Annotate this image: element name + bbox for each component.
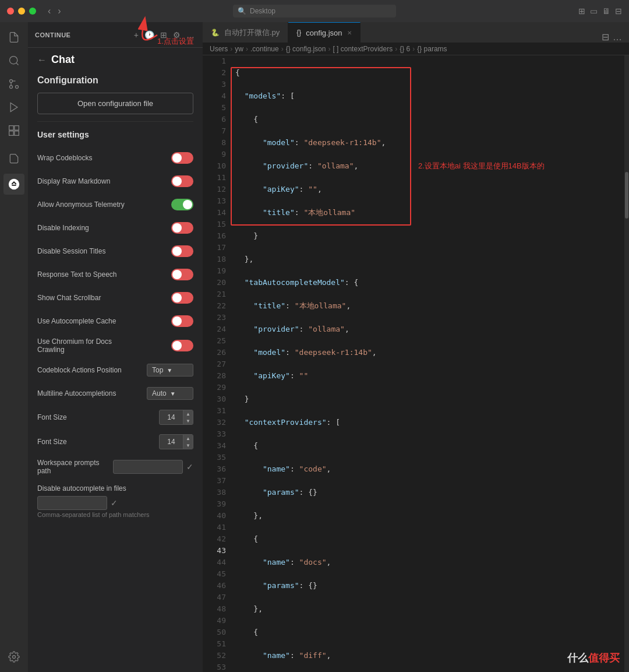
disable-autocomplete-input[interactable] (37, 496, 107, 510)
svg-point-3 (10, 80, 13, 83)
breadcrumb-6[interactable]: {} 6 (400, 45, 410, 53)
breadcrumb-continue[interactable]: .continue (250, 45, 279, 53)
toggle-telemetry[interactable] (171, 199, 193, 210)
code-line: "model": "deepseek-r1:14b", (235, 347, 620, 358)
chevron-down-icon: ▼ (167, 367, 172, 374)
layout-icon[interactable]: ⊞ (159, 29, 168, 41)
back-nav[interactable]: ← Chat (28, 48, 203, 68)
breadcrumb-context-providers[interactable]: [ ] contextProviders (333, 45, 393, 53)
line-num: 33 (207, 428, 226, 440)
line-num: 35 (207, 452, 226, 463)
panel-icon[interactable]: ▭ (590, 6, 598, 16)
fullscreen-button[interactable] (29, 8, 36, 15)
code-line: "tabAutocompleteModel": { (235, 277, 620, 288)
code-line: { (235, 627, 620, 638)
breadcrumb-config[interactable]: {} config.json (286, 45, 326, 53)
split-editor-icon[interactable]: ⊟ (602, 31, 609, 43)
scrollbar[interactable] (624, 55, 629, 672)
line-num: 7 (207, 125, 226, 137)
back-button[interactable]: ‹ (45, 5, 53, 17)
open-config-button[interactable]: Open configuration file (37, 93, 193, 114)
search-bar[interactable]: 🔍 Desktop (233, 5, 396, 17)
monitor-icon[interactable]: 🖥 (602, 6, 610, 16)
code-line: "params": {} (235, 487, 620, 498)
activity-settings[interactable] (3, 646, 24, 667)
activity-search[interactable] (3, 50, 24, 71)
toggle-knob (172, 223, 182, 233)
line-num: 23 (207, 312, 226, 323)
toggle-knob (172, 247, 182, 256)
font-size-up-2[interactable]: ▲ (183, 435, 193, 442)
gear-icon[interactable]: ⚙ (172, 29, 182, 41)
tab-wechat[interactable]: 🐍 自动打开微信.py (203, 22, 288, 43)
more-actions-icon[interactable]: … (613, 32, 622, 43)
line-num: 9 (207, 149, 226, 160)
add-icon[interactable]: + (133, 29, 140, 41)
activity-git[interactable] (3, 73, 24, 94)
dropdown-multiline[interactable]: Auto ▼ (147, 387, 193, 400)
font-size-down-1[interactable]: ▼ (183, 417, 193, 424)
setting-codeblock-position: Codeblock Actions Position Top ▼ (37, 358, 193, 382)
workspace-prompts-input[interactable] (113, 460, 183, 474)
code-line: "name": "code", (235, 463, 620, 475)
line-num: 34 (207, 440, 226, 452)
line-num: 29 (207, 382, 226, 393)
code-line: "name": "docs", (235, 557, 620, 568)
line-num: 28 (207, 370, 226, 382)
toggle-disable-indexing[interactable] (171, 222, 193, 234)
code-line: } (235, 393, 620, 405)
code-line: { (235, 67, 620, 79)
toggle-disable-session[interactable] (171, 245, 193, 257)
toggle-chromium[interactable] (171, 340, 193, 351)
toggle-autocomplete-cache[interactable] (171, 315, 193, 327)
dropdown-codeblock-position[interactable]: Top ▼ (147, 364, 193, 377)
toggle-display-raw[interactable] (171, 175, 193, 187)
more-icon[interactable]: … (185, 29, 196, 41)
toggle-wrap-codeblocks[interactable] (171, 152, 193, 164)
line-num: 20 (207, 277, 226, 288)
config-title: Configuration (37, 75, 193, 86)
code-line: { (235, 114, 620, 125)
font-size-spinners-2: ▲ ▼ (183, 435, 193, 449)
line-num: 48 (207, 603, 226, 615)
breadcrumb-yw[interactable]: yw (235, 45, 243, 53)
font-size-input-2: ▲ ▼ (159, 434, 193, 449)
breadcrumb-users[interactable]: Users (210, 45, 228, 53)
split-icon[interactable]: ⊟ (615, 6, 622, 16)
code-line: "title": "本地ollama" (235, 207, 620, 219)
activity-files[interactable] (3, 27, 24, 48)
tab-config[interactable]: {} config.json ✕ (288, 22, 360, 43)
code-line: "provider": "ollama", (235, 160, 620, 172)
activity-extensions[interactable] (3, 120, 24, 141)
font-size-up-1[interactable]: ▲ (183, 410, 193, 417)
minimize-button[interactable] (18, 8, 25, 15)
font-size-down-2[interactable]: ▼ (183, 442, 193, 449)
tab-close-icon[interactable]: ✕ (347, 30, 352, 36)
breadcrumb-params[interactable]: {} params (417, 45, 447, 53)
setting-display-raw-markdown: Display Raw Markdown (37, 170, 193, 193)
check-icon[interactable]: ✓ (186, 462, 193, 472)
close-button[interactable] (7, 8, 14, 15)
history-icon[interactable]: 🕐 (143, 29, 156, 41)
line-num: 42 (207, 533, 226, 545)
activity-test[interactable] (3, 148, 24, 169)
nav-buttons: ‹ › (45, 5, 63, 17)
check-icon[interactable]: ✓ (111, 498, 118, 508)
toggle-chat-scrollbar[interactable] (171, 292, 193, 304)
line-num: 43 (207, 545, 226, 557)
font-size-field-1[interactable] (160, 411, 183, 423)
setting-label: Multiline Autocompletions (37, 389, 116, 397)
activity-continue[interactable] (3, 174, 24, 195)
scrollbar-thumb[interactable] (625, 172, 628, 219)
activity-run[interactable] (3, 97, 24, 118)
toggle-knob (172, 341, 182, 350)
svg-point-0 (10, 57, 17, 64)
code-content[interactable]: { "models": [ { "model": "deepseek-r1:14… (231, 55, 624, 672)
forward-button[interactable]: › (55, 5, 63, 17)
config-section: Configuration Open configuration file (28, 68, 203, 121)
code-line: }, (235, 510, 620, 522)
font-size-field-2[interactable] (160, 436, 183, 448)
setting-label: Workspace prompts path (37, 459, 113, 475)
layout-icon[interactable]: ⊞ (578, 6, 585, 16)
toggle-tts[interactable] (171, 269, 193, 280)
